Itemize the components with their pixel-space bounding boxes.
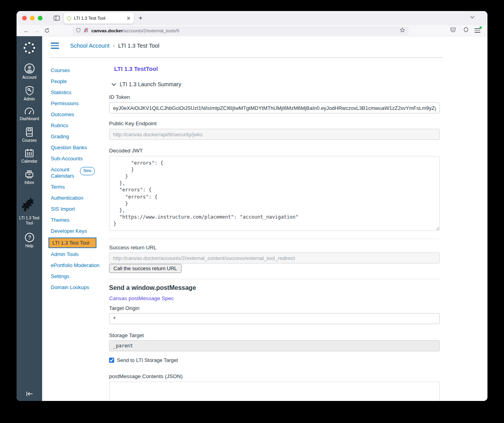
- gnav-label: Account: [22, 75, 36, 80]
- account-icon: [24, 63, 35, 74]
- target-origin-input[interactable]: [109, 313, 440, 324]
- post-message-heading: Send a window.postMessage: [109, 284, 440, 291]
- dashboard-icon: [24, 107, 35, 115]
- sidebar-toggle-icon[interactable]: [54, 15, 60, 21]
- sidebar-item-inbox[interactable]: Inbox: [17, 169, 42, 186]
- nav-item-eportfolio-moderation[interactable]: ePortfolio Moderation: [51, 260, 101, 271]
- decoded-jwt-label: Decoded JWT: [109, 148, 440, 154]
- tab-title: LTI 1.3 Test Tool: [74, 16, 124, 20]
- back-button[interactable]: ←: [21, 27, 32, 34]
- sidebar-item-admin[interactable]: Admin: [17, 85, 42, 102]
- nav-item-outcomes[interactable]: Outcomes: [51, 109, 101, 120]
- nav-item-developer-keys[interactable]: Developer Keys: [51, 226, 101, 237]
- reload-button[interactable]: [42, 28, 52, 33]
- nav-item-settings[interactable]: Settings: [51, 271, 101, 282]
- gnav-label: Help: [25, 244, 33, 249]
- collapse-sidebar-button[interactable]: [17, 391, 42, 397]
- nav-item-courses[interactable]: Courses: [51, 65, 101, 76]
- close-window-button[interactable]: [22, 16, 27, 20]
- sidebar-item-dashboard[interactable]: Dashboard: [17, 107, 42, 122]
- tab-list-chevron-icon[interactable]: [470, 16, 475, 19]
- zoom-window-button[interactable]: [38, 16, 43, 20]
- bookmark-star-icon[interactable]: [400, 27, 405, 34]
- storage-target-label: Storage Target: [109, 332, 440, 338]
- nav-item-grading[interactable]: Grading: [51, 131, 101, 142]
- chevron-down-icon: [111, 83, 117, 86]
- nav-item-lti-test-tool[interactable]: LTI 1.3 Test Tool: [48, 237, 96, 249]
- send-to-storage-checkbox[interactable]: [109, 358, 114, 363]
- call-success-url-button[interactable]: Call the success return URL: [109, 264, 182, 273]
- success-url-label: Success return URL: [109, 245, 440, 250]
- gnav-label: LTI 1.3 Test Tool: [19, 216, 39, 226]
- section-divider: [109, 279, 440, 279]
- url-bar[interactable]: canvas.docker/accounts/2/external_tools/…: [72, 26, 409, 35]
- nav-item-admin-tools[interactable]: Admin Tools: [51, 249, 101, 260]
- gnav-label: Calendar: [21, 159, 37, 164]
- storage-target-input[interactable]: [109, 340, 440, 351]
- page-title: LTI 1.3 TestTool: [114, 65, 440, 72]
- tab-favicon-icon: [67, 16, 71, 20]
- url-text: canvas.docker/accounts/2/external_tools/…: [91, 28, 179, 33]
- sidebar-item-calendar[interactable]: Calendar: [17, 148, 42, 164]
- app-menu-icon[interactable]: [474, 28, 480, 33]
- account-nav: Courses People Statistics Permissions Ou…: [51, 65, 101, 293]
- pocket-icon[interactable]: [450, 27, 456, 34]
- decoded-jwt-textarea[interactable]: "errors": { } } }, "errors": { "errors":…: [109, 156, 440, 231]
- browser-tab[interactable]: LTI 1.3 Test Tool ✕: [64, 13, 134, 24]
- global-nav-sidebar: Account Admin Dashboard Courses Calendar: [17, 36, 42, 401]
- gnav-label: Courses: [22, 138, 37, 143]
- nav-item-permissions[interactable]: Permissions: [51, 98, 101, 109]
- nav-item-authentication[interactable]: Authentication: [51, 193, 101, 204]
- nav-item-people[interactable]: People: [51, 76, 101, 87]
- gnav-label: Inbox: [24, 180, 34, 186]
- canvas-logo-icon[interactable]: [24, 42, 35, 54]
- post-message-contents-label: postMessage Contents (JSON): [109, 373, 440, 379]
- nav-item-themes[interactable]: Themes: [51, 215, 101, 226]
- post-message-contents-textarea[interactable]: [109, 382, 440, 401]
- gnav-label: Dashboard: [20, 117, 39, 122]
- storage-target-checkbox-row: Send to LTI Storage Target: [109, 357, 440, 363]
- public-key-label: Public Key Endpoint: [109, 121, 440, 126]
- sidebar-item-courses[interactable]: Courses: [17, 127, 42, 143]
- new-badge: New: [80, 167, 95, 175]
- tab-close-icon[interactable]: ✕: [126, 16, 131, 21]
- admin-icon: [25, 85, 34, 96]
- breadcrumb-separator: ›: [113, 43, 115, 48]
- minimize-window-button[interactable]: [30, 16, 35, 20]
- success-url-input[interactable]: [109, 252, 440, 263]
- id-token-input[interactable]: [109, 102, 440, 113]
- sidebar-item-help[interactable]: ? Help: [17, 232, 42, 249]
- url-toolbar: ← → canvas.docker/accounts/2/external_to…: [17, 25, 487, 36]
- forward-button[interactable]: →: [32, 27, 42, 34]
- tracking-shield-icon[interactable]: [76, 27, 81, 34]
- checkbox-label: Send to LTI Storage Target: [117, 357, 178, 363]
- svg-text:?: ?: [28, 235, 31, 241]
- new-tab-button[interactable]: +: [139, 14, 143, 22]
- sidebar-item-lti-tool[interactable]: LTI 1.3 Test Tool: [17, 195, 42, 226]
- url-host: canvas.docker: [91, 28, 123, 33]
- calendar-icon: [24, 148, 34, 158]
- public-key-input[interactable]: [109, 129, 440, 140]
- insecure-lock-icon[interactable]: [83, 27, 89, 34]
- breadcrumb-school-account[interactable]: School Account: [70, 43, 109, 49]
- courses-icon: [25, 127, 34, 137]
- extensions-puzzle-icon[interactable]: [462, 27, 468, 34]
- section-divider: [109, 239, 440, 239]
- breadcrumb: School Account › LTI 1.3 Test Tool: [70, 43, 159, 49]
- nav-item-rubrics[interactable]: Rubrics: [51, 120, 101, 131]
- traffic-lights: [22, 16, 43, 20]
- sidebar-item-account[interactable]: Account: [17, 63, 42, 80]
- launch-summary-toggle[interactable]: LTI 1.3 Launch Summary: [111, 81, 440, 87]
- post-message-spec-link[interactable]: Canvas postMessage Spec: [109, 295, 174, 301]
- nav-item-sub-accounts[interactable]: Sub-Accounts: [51, 153, 101, 164]
- nav-item-sis-import[interactable]: SIS Import: [51, 204, 101, 215]
- browser-window: LTI 1.3 Test Tool ✕ + ← → canvas.docker/…: [17, 11, 487, 401]
- nav-item-terms[interactable]: Terms: [51, 182, 101, 193]
- nav-item-statistics[interactable]: Statistics: [51, 87, 101, 98]
- nav-item-question-banks[interactable]: Question Banks: [51, 142, 101, 153]
- course-nav-toggle-icon[interactable]: [51, 43, 59, 49]
- nav-item-domain-lookups[interactable]: Domain Lookups: [51, 282, 101, 293]
- page-content: School Account › LTI 1.3 Test Tool Cours…: [42, 36, 487, 401]
- target-origin-label: Target Origin: [109, 305, 440, 311]
- nav-item-account-calendars[interactable]: Account Calendars New: [51, 164, 101, 182]
